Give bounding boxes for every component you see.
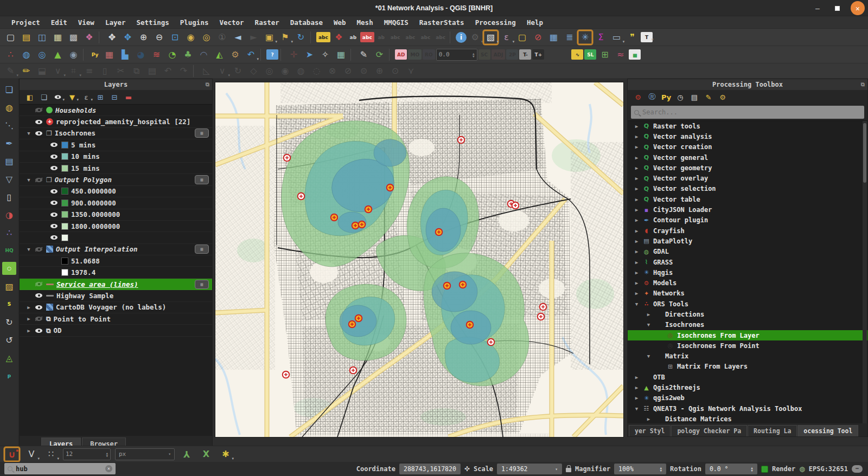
expand-arrow-icon[interactable]: ▼ (25, 131, 32, 136)
grass-leaf-icon[interactable]: ♣ (181, 48, 195, 62)
table-sync-icon[interactable]: ⟳ (372, 48, 387, 62)
open-layer-styling-icon[interactable]: ◧ (24, 92, 36, 102)
crosshair-tool-icon[interactable]: ✛ (286, 48, 301, 62)
algorithm-isochrones-from-layer[interactable]: ◎Isochrones From Layer (628, 330, 867, 340)
layer-row-5-mins[interactable]: 5 mins (20, 139, 212, 151)
digitize-adj-icon[interactable]: ADJ (492, 49, 506, 60)
chip-plugin-icon[interactable]: ▤ (2, 155, 16, 168)
menu-processing[interactable]: Processing (470, 17, 521, 28)
dots-plugin-icon[interactable]: ∴ (2, 226, 16, 239)
layer-row-symbol[interactable] (20, 232, 212, 243)
expand-arrow-icon[interactable]: ▶ (634, 249, 640, 254)
help-contents-icon[interactable]: ? (266, 49, 278, 60)
processing-search-input[interactable]: Search... (631, 106, 864, 119)
paste-features-icon[interactable]: ▤ (145, 64, 159, 78)
layer-row-450-0000000[interactable]: 450.0000000 (20, 186, 212, 197)
split-features-icon[interactable]: ✂ (113, 64, 128, 78)
layer-swatch-line-icon[interactable] (46, 284, 54, 285)
rotation-input[interactable]: 0.0 °▲▼ (705, 464, 757, 474)
visibility-eye-icon[interactable] (50, 188, 59, 195)
layer-swatch-square-icon[interactable] (61, 153, 68, 160)
quickmap-services-icon[interactable]: ◔ (165, 48, 180, 62)
expand-arrow-icon[interactable]: ▶ (646, 416, 652, 422)
layer-swatch-line-icon[interactable] (46, 295, 54, 297)
move-label-icon[interactable]: ab (375, 32, 387, 42)
undock-icon[interactable]: ⧉ (206, 81, 209, 88)
contour-tool-icon[interactable]: ◠ (196, 48, 211, 62)
change-label-icon[interactable]: abc (404, 32, 418, 42)
simplify-feature-icon[interactable]: ◇ (246, 64, 261, 78)
menu-plugins[interactable]: Plugins (175, 17, 214, 28)
expand-arrow-icon[interactable]: ▶ (634, 260, 640, 265)
expand-arrow-icon[interactable]: ▶ (634, 134, 640, 139)
algorithm-directions[interactable]: ▶Directions (628, 309, 867, 319)
algorithm-dataplotly[interactable]: ▶▤DataPlotly (628, 236, 867, 246)
layer-row-service-area-lines-[interactable]: Service area (lines)▦ (20, 279, 212, 290)
hospital-marker-selected[interactable] (359, 221, 366, 228)
expand-arrow-icon[interactable]: ▶ (634, 395, 640, 401)
layer-indicator-badge[interactable]: ▦ (195, 128, 209, 138)
osm-tool-icon[interactable]: ◕ (133, 48, 148, 62)
vertex-tool-icon[interactable]: ⊙ (388, 64, 403, 78)
hqgis-plugin-icon[interactable]: HQ (2, 244, 16, 257)
web-globe-plugin-icon[interactable]: ◍ (2, 101, 16, 114)
copy-features-icon[interactable]: ⧉ (129, 64, 144, 78)
expand-arrow-icon[interactable]: ▶ (634, 217, 640, 223)
menu-settings[interactable]: Settings (132, 17, 174, 28)
digitize-segment-icon[interactable]: ∨▾ (50, 64, 65, 78)
visibility-eye-icon[interactable] (50, 234, 59, 241)
p-plugin-icon[interactable]: p (2, 369, 16, 382)
menu-rasterstats[interactable]: RasterStats (414, 17, 469, 28)
new-print-layout-icon[interactable]: ▦ (50, 30, 65, 44)
visibility-eye-icon[interactable] (35, 176, 43, 184)
pan-to-selection-icon[interactable]: ✥ (120, 30, 135, 44)
layer-row-1350-0000000[interactable]: 1350.0000000 (20, 209, 212, 221)
search-layers-icon[interactable]: ◉ (66, 48, 81, 62)
style-manager-icon[interactable]: ❖ (82, 30, 97, 44)
algorithm-gdal[interactable]: ▶◍GDAL (628, 247, 867, 257)
metasearch-icon[interactable]: ◎ (35, 48, 49, 62)
zoom-last-icon[interactable]: ◄ (231, 30, 245, 44)
history-icon[interactable]: ◷ (674, 92, 686, 102)
options-icon[interactable]: ⚙ (717, 92, 729, 102)
snapping-mode-button[interactable]: V▾ (24, 447, 39, 461)
algorithm-distance-matrices[interactable]: ▶Distance Matrices (628, 414, 867, 423)
redo-edit-icon[interactable]: ↷ (176, 64, 191, 78)
layer-row-point-to-point[interactable]: ▶⧉Point to Point (20, 313, 212, 325)
visibility-eye-icon[interactable] (35, 280, 43, 288)
hospital-marker-selected[interactable] (355, 315, 362, 322)
algorithm-networks[interactable]: ▶✦Networks (628, 288, 867, 299)
edit-attributes-icon[interactable]: ≡ (82, 64, 97, 78)
algorithm-qgis2web[interactable]: ▶✳qgis2web (628, 393, 867, 403)
visibility-eye-icon[interactable] (50, 222, 59, 230)
add-group-icon[interactable]: ❏ (38, 92, 50, 102)
menu-edit[interactable]: Edit (46, 17, 72, 28)
delete-ring-icon[interactable]: ◌ (309, 64, 324, 78)
raster-histogram-icon[interactable]: ▙ (118, 48, 132, 62)
snapping-intersection-icon[interactable]: X (199, 447, 214, 461)
zoom-next-icon[interactable]: ► (246, 30, 261, 44)
results-viewer-icon[interactable]: ▤ (688, 92, 700, 102)
dock-tab-yer-styl[interactable]: yer Styl (629, 425, 671, 436)
table-tool-icon[interactable]: ▦ (334, 48, 348, 62)
layer-row-1800-0000000[interactable]: 1800.0000000 (20, 221, 212, 232)
render-checkbox[interactable] (761, 466, 768, 473)
algorithm-otb[interactable]: ▶OTB (628, 372, 867, 382)
algorithm-matrix[interactable]: ▼Matrix (628, 351, 867, 362)
slr-tool-icon[interactable]: SL (584, 49, 596, 60)
collapse-all-icon[interactable]: ⊟ (108, 92, 120, 102)
visibility-eye-icon[interactable] (50, 199, 59, 207)
undo-plugin-icon[interactable]: ↺ (2, 333, 16, 346)
snapping-type-button[interactable]: ∷▾ (43, 447, 59, 461)
bucket-plugin-icon[interactable]: ▯ (2, 190, 16, 203)
visibility-eye-icon[interactable] (35, 292, 43, 299)
expand-arrow-icon[interactable]: ▶ (634, 155, 640, 160)
pin-labels-icon[interactable]: ab (347, 32, 359, 42)
layer-row-10-mins[interactable]: 10 mins (20, 151, 212, 163)
histogram-tool-icon[interactable]: ▅ (629, 49, 641, 60)
hospital-marker-selected[interactable] (365, 206, 372, 213)
edit-features-in-place-icon[interactable]: ✎ (703, 92, 714, 102)
hospital-marker-selected[interactable] (467, 321, 474, 329)
layer-labeling-icon[interactable]: abc (316, 32, 330, 42)
crs-value[interactable]: EPSG:32651 (809, 465, 848, 473)
